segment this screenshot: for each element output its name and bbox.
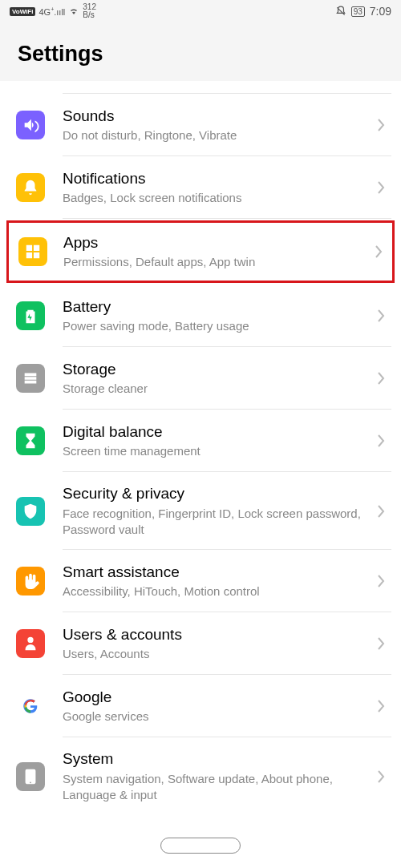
- page-title: Settings: [18, 42, 383, 67]
- vowifi-badge: VoWiFi: [10, 7, 35, 16]
- row-title: System: [63, 749, 371, 769]
- row-title: Users & accounts: [63, 625, 371, 645]
- wifi-icon: [68, 6, 79, 16]
- settings-list: SoundsDo not disturb, Ringtone, VibrateN…: [0, 81, 401, 815]
- chevron-right-icon: [377, 371, 385, 386]
- nav-home-pill[interactable]: [160, 838, 241, 854]
- row-title: Notifications: [63, 169, 371, 189]
- row-title: Google: [63, 688, 371, 708]
- bell-icon: [16, 173, 45, 202]
- row-title: Sounds: [63, 107, 371, 127]
- row-text: AppsPermissions, Default apps, App twin: [63, 233, 368, 271]
- header: Settings: [0, 22, 401, 81]
- chevron-right-icon: [377, 699, 385, 713]
- row-subtitle: Badges, Lock screen notifications: [63, 190, 371, 206]
- chevron-right-icon: [377, 769, 385, 784]
- status-left: VoWiFi 4G+.ııll 312B/s: [10, 3, 96, 19]
- row-text: NotificationsBadges, Lock screen notific…: [63, 169, 371, 207]
- status-right: 93 7:09: [335, 5, 391, 18]
- battery-indicator: 93: [351, 6, 365, 17]
- row-text: SoundsDo not disturb, Ringtone, Vibrate: [63, 107, 371, 144]
- row-subtitle: Power saving mode, Battery usage: [63, 318, 371, 334]
- status-bar: VoWiFi 4G+.ııll 312B/s 93 7:09: [0, 0, 401, 22]
- row-text: Security & privacyFace recognition, Fing…: [63, 484, 371, 538]
- settings-row-smart-assistance[interactable]: Smart assistanceAccessibility, HiTouch, …: [0, 550, 401, 612]
- settings-row-security-privacy[interactable]: Security & privacyFace recognition, Fing…: [0, 472, 401, 550]
- row-text: Smart assistanceAccessibility, HiTouch, …: [63, 563, 371, 600]
- hand-icon: [16, 567, 45, 595]
- chevron-right-icon: [377, 309, 385, 323]
- row-title: Security & privacy: [63, 484, 371, 504]
- shield-icon: [16, 497, 45, 526]
- row-title: Storage: [63, 360, 371, 380]
- settings-row-storage[interactable]: StorageStorage cleaner: [0, 347, 401, 410]
- hourglass-icon: [16, 426, 45, 455]
- settings-row-system[interactable]: SystemSystem navigation, Software update…: [0, 737, 401, 815]
- settings-row-battery[interactable]: BatteryPower saving mode, Battery usage: [0, 285, 401, 347]
- row-text: SystemSystem navigation, Software update…: [63, 749, 371, 803]
- row-subtitle: Google services: [63, 709, 371, 725]
- chevron-right-icon: [377, 180, 385, 195]
- row-text: StorageStorage cleaner: [63, 360, 371, 398]
- phone-icon: [16, 762, 45, 791]
- settings-row-notifications[interactable]: NotificationsBadges, Lock screen notific…: [0, 156, 401, 219]
- row-title: Smart assistance: [63, 563, 371, 583]
- apps-icon: [18, 237, 47, 266]
- speed-indicator: 312B/s: [83, 3, 96, 19]
- row-subtitle: System navigation, Software update, Abou…: [63, 771, 371, 804]
- row-subtitle: Do not disturb, Ringtone, Vibrate: [63, 127, 371, 143]
- settings-row-google[interactable]: GoogleGoogle services: [0, 675, 401, 737]
- google-icon: [16, 692, 45, 721]
- user-icon: [16, 629, 45, 658]
- chevron-right-icon: [377, 118, 385, 132]
- row-title: Battery: [63, 297, 371, 317]
- sound-icon: [16, 111, 45, 139]
- row-subtitle: Users, Accounts: [63, 646, 371, 662]
- settings-row-sounds[interactable]: SoundsDo not disturb, Ringtone, Vibrate: [0, 94, 401, 156]
- chevron-right-icon: [375, 244, 383, 259]
- chevron-right-icon: [377, 504, 385, 519]
- settings-row-apps[interactable]: AppsPermissions, Default apps, App twin: [6, 220, 395, 283]
- row-subtitle: Face recognition, Fingerprint ID, Lock s…: [63, 506, 371, 539]
- row-title: Apps: [63, 233, 368, 253]
- row-text: BatteryPower saving mode, Battery usage: [63, 297, 371, 335]
- battery-icon: [16, 301, 45, 330]
- network-indicator: 4G+.ııll: [38, 6, 65, 17]
- storage-icon: [16, 364, 45, 393]
- row-text: GoogleGoogle services: [63, 688, 371, 725]
- settings-row-users-accounts[interactable]: Users & accountsUsers, Accounts: [0, 612, 401, 675]
- row-text: Digital balanceScreen time management: [63, 422, 371, 460]
- chevron-right-icon: [377, 434, 385, 448]
- mute-icon: [335, 6, 346, 17]
- partial-row-top: [0, 81, 401, 94]
- row-subtitle: Accessibility, HiTouch, Motion control: [63, 583, 371, 600]
- chevron-right-icon: [377, 574, 385, 588]
- row-title: Digital balance: [63, 422, 371, 442]
- chevron-right-icon: [377, 636, 385, 651]
- row-subtitle: Screen time management: [63, 443, 371, 459]
- row-text: Users & accountsUsers, Accounts: [63, 625, 371, 663]
- row-subtitle: Storage cleaner: [63, 381, 371, 397]
- clock: 7:09: [370, 5, 391, 18]
- settings-row-digital-balance[interactable]: Digital balanceScreen time management: [0, 410, 401, 472]
- row-subtitle: Permissions, Default apps, App twin: [63, 254, 368, 270]
